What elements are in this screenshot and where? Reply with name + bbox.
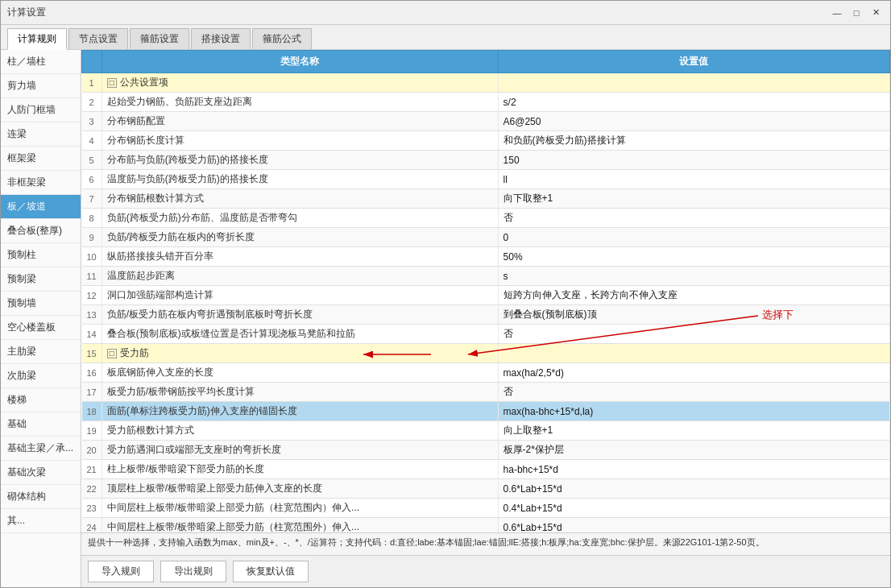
table-area: 类型名称 设置值 1□公共设置项2起始受力钢筋、负筋距支座边距离s/23分布钢筋… [81,50,890,555]
sidebar-item-11[interactable]: 空心楼盖板 [1,316,81,340]
collapse-icon[interactable]: □ [107,78,117,88]
sidebar: 柱／墙柱剪力墙人防门框墙连梁框架梁非框架梁板／坡道叠合板(整厚)预制柱预制梁预制… [1,50,81,587]
tab-stirrup-settings[interactable]: 箍筋设置 [130,28,189,49]
table-row[interactable]: 18面筋(单标注跨板受力筋)伸入支座的锚固长度max(ha-bhc+15*d,l… [82,402,890,421]
table-row[interactable]: 8负筋(跨板受力筋)分布筋、温度筋是否带弯勾否 [82,209,890,228]
row-value-0 [498,73,889,93]
table-container[interactable]: 类型名称 设置值 1□公共设置项2起始受力钢筋、负筋距支座边距离s/23分布钢筋… [81,50,890,532]
table-row[interactable]: 9负筋/跨板受力筋在板内的弯折长度0 [82,228,890,247]
footer: 导入规则 导出规则 恢复默认值 [81,555,890,587]
table-row[interactable]: 5分布筋与负筋(跨板受力筋)的搭接长度150 [82,151,890,170]
row-num-17: 18 [82,402,102,421]
sidebar-item-18[interactable]: 砌体结构 [1,485,81,509]
row-value-22[interactable]: 0.4*Lab+15*d [498,499,889,518]
row-num-13: 14 [82,325,102,344]
row-num-14: 15 [82,344,102,363]
table-row[interactable]: 13负筋/板受力筋在板内弯折遇预制底板时弯折长度到叠合板(预制底板)顶 [82,305,890,325]
sidebar-item-16[interactable]: 基础主梁／承... [1,437,81,461]
table-row[interactable]: 4分布钢筋长度计算和负筋(跨板受力筋)搭接计算 [82,131,890,151]
sidebar-item-14[interactable]: 楼梯 [1,388,81,412]
sidebar-item-10[interactable]: 预制墙 [1,292,81,316]
row-value-5[interactable]: ll [498,170,889,189]
row-value-8[interactable]: 0 [498,228,889,247]
row-value-20[interactable]: ha-bhc+15*d [498,460,889,479]
sidebar-item-5[interactable]: 非框架梁 [1,171,81,195]
table-row[interactable]: 12洞口加强筋端部构造计算短跨方向伸入支座，长跨方向不伸入支座 [82,286,890,305]
restore-defaults-button[interactable]: 恢复默认值 [233,561,309,582]
table-row[interactable]: 3分布钢筋配置A6@250 [82,112,890,131]
maximize-button[interactable]: □ [848,5,864,21]
table-row[interactable]: 14叠合板(预制底板)或板缝位置是否计算现浇板马凳筋和拉筋否 [82,325,890,344]
minimize-button[interactable]: — [829,5,845,21]
tab-bar: 计算规则 节点设置 箍筋设置 搭接设置 箍筋公式 [1,25,890,50]
row-value-9[interactable]: 50% [498,247,889,267]
import-rules-button[interactable]: 导入规则 [88,561,154,582]
table-row[interactable]: 24中间层柱上板带/板带暗梁上部受力筋（柱宽范围外）伸入...0.6*Lab+1… [82,518,890,533]
window-title: 计算设置 [7,6,829,19]
row-name-11: 洞口加强筋端部构造计算 [102,286,498,305]
sidebar-item-19[interactable]: 其... [1,509,81,533]
row-num-15: 16 [82,363,102,383]
row-value-23[interactable]: 0.6*Lab+15*d [498,518,889,533]
row-value-2[interactable]: A6@250 [498,112,889,131]
table-row[interactable]: 2起始受力钢筋、负筋距支座边距离s/2 [82,93,890,112]
sidebar-item-15[interactable]: 基础 [1,412,81,437]
collapse-icon[interactable]: □ [107,349,117,358]
row-name-13: 叠合板(预制底板)或板缝位置是否计算现浇板马凳筋和拉筋 [102,325,498,344]
row-value-1[interactable]: s/2 [498,93,889,112]
table-row[interactable]: 20受力筋遇洞口或端部无支座时的弯折长度板厚-2*保护层 [82,441,890,460]
row-num-16: 17 [82,383,102,402]
sidebar-item-12[interactable]: 主肋梁 [1,340,81,364]
sidebar-item-1[interactable]: 剪力墙 [1,74,81,98]
sidebar-item-13[interactable]: 次肋梁 [1,364,81,388]
row-value-3[interactable]: 和负筋(跨板受力筋)搭接计算 [498,131,889,151]
table-row[interactable]: 17板受力筋/板带钢筋按平均长度计算否 [82,383,890,402]
table-row[interactable]: 10纵筋搭接接头错开百分率50% [82,247,890,267]
row-num-18: 19 [82,421,102,441]
tab-node-settings[interactable]: 节点设置 [68,28,128,49]
table-row[interactable]: 6温度筋与负筋(跨板受力筋)的搭接长度ll [82,170,890,189]
row-value-19[interactable]: 板厚-2*保护层 [498,441,889,460]
sidebar-item-7[interactable]: 叠合板(整厚) [1,219,81,243]
row-value-12[interactable]: 到叠合板(预制底板)顶 [498,305,889,325]
row-value-17[interactable]: max(ha-bhc+15*d,la) [498,402,889,421]
row-name-5: 温度筋与负筋(跨板受力筋)的搭接长度 [102,170,498,189]
row-value-11[interactable]: 短跨方向伸入支座，长跨方向不伸入支座 [498,286,889,305]
sidebar-item-2[interactable]: 人防门框墙 [1,98,81,122]
sidebar-item-0[interactable]: 柱／墙柱 [1,50,81,74]
table-row[interactable]: 19受力筋根数计算方式向上取整+1 [82,421,890,441]
sidebar-item-17[interactable]: 基础次梁 [1,461,81,485]
table-row[interactable]: 16板底钢筋伸入支座的长度max(ha/2,5*d) [82,363,890,383]
sidebar-item-9[interactable]: 预制梁 [1,267,81,292]
table-row[interactable]: 21柱上板带/板带暗梁下部受力筋的长度ha-bhc+15*d [82,460,890,479]
row-value-16[interactable]: 否 [498,383,889,402]
row-value-15[interactable]: max(ha/2,5*d) [498,363,889,383]
row-value-4[interactable]: 150 [498,151,889,170]
sidebar-item-8[interactable]: 预制柱 [1,243,81,267]
row-name-15: 板底钢筋伸入支座的长度 [102,363,498,383]
row-name-6: 分布钢筋根数计算方式 [102,189,498,209]
tab-splice-settings[interactable]: 搭接设置 [191,28,251,49]
row-value-21[interactable]: 0.6*Lab+15*d [498,479,889,499]
row-value-18[interactable]: 向上取整+1 [498,421,889,441]
table-row[interactable]: 7分布钢筋根数计算方式向下取整+1 [82,189,890,209]
table-row[interactable]: 22顶层柱上板带/板带暗梁上部受力筋伸入支座的长度0.6*Lab+15*d [82,479,890,499]
sidebar-item-3[interactable]: 连梁 [1,122,81,147]
row-value-6[interactable]: 向下取整+1 [498,189,889,209]
close-button[interactable]: ✕ [868,5,884,21]
row-value-7[interactable]: 否 [498,209,889,228]
tab-stirrup-formula[interactable]: 箍筋公式 [252,28,312,49]
row-name-9: 纵筋搭接接头错开百分率 [102,247,498,267]
table-row: 1□公共设置项 [82,73,890,93]
table-row[interactable]: 11温度筋起步距离s [82,267,890,286]
row-value-13[interactable]: 否 [498,325,889,344]
row-name-1: 起始受力钢筋、负筋距支座边距离 [102,93,498,112]
export-rules-button[interactable]: 导出规则 [160,561,226,582]
main-window: 计算设置 — □ ✕ 计算规则 节点设置 箍筋设置 搭接设置 箍筋公式 柱／墙柱… [0,0,891,588]
row-value-10[interactable]: s [498,267,889,286]
row-name-0: □公共设置项 [102,73,498,93]
table-row[interactable]: 23中间层柱上板带/板带暗梁上部受力筋（柱宽范围内）伸入...0.4*Lab+1… [82,499,890,518]
sidebar-item-4[interactable]: 框架梁 [1,147,81,171]
tab-calc-rules[interactable]: 计算规则 [7,28,67,50]
sidebar-item-6[interactable]: 板／坡道 [1,195,81,219]
